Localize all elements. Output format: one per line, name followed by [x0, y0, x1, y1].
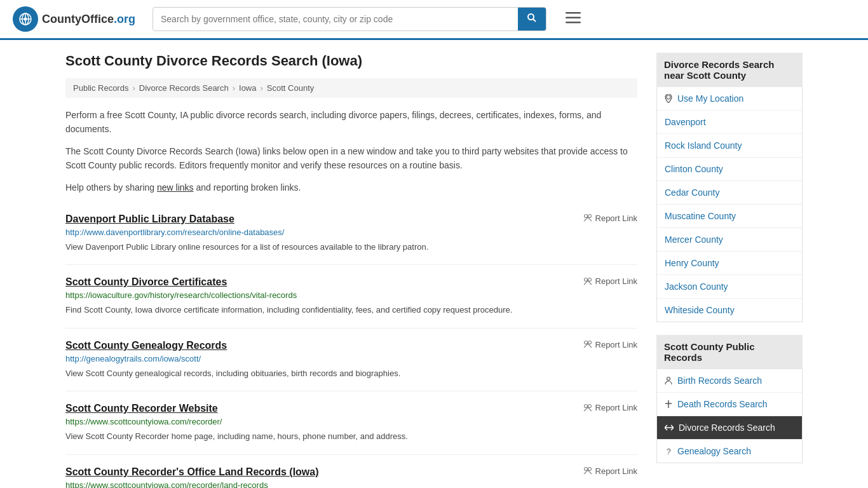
records-list-item[interactable]: Birth Records Search: [657, 369, 802, 393]
report-link[interactable]: Report Link: [583, 276, 637, 286]
nearby-label: Rock Island County: [665, 140, 742, 151]
result-url[interactable]: http://www.davenportlibrary.com/research…: [65, 227, 637, 237]
location-pin-icon: [665, 94, 672, 103]
nearby-link[interactable]: Henry County: [657, 252, 802, 274]
breadcrumb-public-records[interactable]: Public Records: [73, 83, 128, 93]
breadcrumb-sep-3: ›: [260, 83, 262, 93]
nearby-list-item[interactable]: Whiteside County: [657, 299, 802, 322]
nearby-list-item[interactable]: Rock Island County: [657, 134, 802, 158]
scissors-icon: [583, 277, 592, 286]
nearby-list-item[interactable]: Use My Location: [657, 87, 802, 111]
nearby-link[interactable]: Muscatine County: [657, 205, 802, 227]
nearby-label: Jackson County: [665, 281, 728, 292]
records-list-item[interactable]: ?Genealogy Search: [657, 440, 802, 463]
records-list: Birth Records SearchDeath Records Search…: [656, 369, 803, 463]
svg-point-32: [667, 377, 670, 381]
records-label: Divorce Records Search: [679, 423, 775, 433]
result-desc: View Scott County Recorder home page, in…: [65, 430, 637, 443]
nearby-link[interactable]: Mercer County: [657, 228, 802, 251]
new-links-link[interactable]: new links: [157, 182, 194, 193]
scissors-icon: [583, 466, 592, 475]
svg-rect-9: [566, 17, 581, 19]
logo-icon: [13, 6, 38, 32]
breadcrumb-iowa[interactable]: Iowa: [239, 83, 256, 93]
nearby-link[interactable]: Use My Location: [657, 87, 802, 110]
arrows-icon: [665, 424, 674, 431]
svg-point-20: [588, 341, 591, 344]
nearby-link[interactable]: Cedar County: [657, 181, 802, 204]
content-area: Scott County Divorce Records Search (Iow…: [65, 53, 637, 488]
scissors-icon: [583, 214, 592, 222]
question-icon: ?: [665, 447, 672, 456]
result-item: Scott County Genealogy Records Report Li…: [65, 329, 637, 392]
nearby-link[interactable]: Davenport: [657, 111, 802, 133]
result-desc: View Davenport Public Library online res…: [65, 241, 637, 254]
report-link[interactable]: Report Link: [583, 214, 637, 223]
page-title: Scott County Divorce Records Search (Iow…: [65, 53, 637, 69]
logo[interactable]: CountyOffice.org: [13, 6, 140, 32]
nearby-link[interactable]: Jackson County: [657, 275, 802, 298]
result-item: Scott County Recorder's Office Land Reco…: [65, 455, 637, 488]
nearby-list-item[interactable]: Clinton County: [657, 158, 802, 181]
nearby-link[interactable]: Rock Island County: [657, 134, 802, 157]
result-title[interactable]: Scott County Genealogy Records: [65, 340, 227, 351]
result-header: Davenport Public Library Database Report…: [65, 214, 637, 225]
search-bar[interactable]: [153, 7, 546, 31]
breadcrumb-sep-1: ›: [132, 83, 135, 93]
records-link[interactable]: Death Records Search: [657, 393, 802, 416]
records-label: Death Records Search: [677, 399, 768, 409]
svg-point-27: [584, 468, 587, 471]
search-button[interactable]: [518, 8, 546, 30]
nearby-list-item[interactable]: Henry County: [657, 252, 802, 275]
result-title[interactable]: Scott County Divorce Certificates: [65, 276, 227, 288]
report-link[interactable]: Report Link: [583, 466, 637, 476]
svg-rect-10: [566, 22, 581, 24]
records-link[interactable]: Divorce Records Search: [657, 416, 802, 439]
result-url[interactable]: https://www.scottcountyiowa.com/recorder…: [65, 480, 637, 488]
nearby-section-header: Divorce Records Search near Scott County: [656, 53, 803, 87]
report-link[interactable]: Report Link: [583, 340, 637, 349]
nearby-link[interactable]: Clinton County: [657, 158, 802, 180]
search-input[interactable]: [153, 9, 518, 29]
menu-button[interactable]: [566, 11, 581, 27]
nearby-label: Davenport: [665, 117, 706, 127]
result-title[interactable]: Scott County Recorder Website: [65, 403, 218, 414]
records-list-item[interactable]: Divorce Records Search: [657, 416, 802, 440]
records-list-item[interactable]: Death Records Search: [657, 393, 802, 416]
records-link[interactable]: Birth Records Search: [657, 369, 802, 392]
person-icon: [665, 376, 672, 385]
nearby-link[interactable]: Whiteside County: [657, 299, 802, 322]
result-desc: View Scott County genealogical records, …: [65, 367, 637, 380]
records-link[interactable]: ?Genealogy Search: [657, 440, 802, 463]
report-link[interactable]: Report Link: [583, 403, 637, 412]
nearby-section: Divorce Records Search near Scott County…: [656, 53, 803, 322]
result-item: Davenport Public Library Database Report…: [65, 202, 637, 266]
breadcrumb-sep-2: ›: [233, 83, 235, 93]
result-title[interactable]: Davenport Public Library Database: [65, 214, 234, 225]
result-url[interactable]: http://genealogytrails.com/iowa/scott/: [65, 354, 637, 363]
svg-rect-8: [566, 12, 581, 14]
nearby-list-item[interactable]: Cedar County: [657, 181, 802, 205]
breadcrumb-divorce-records[interactable]: Divorce Records Search: [139, 83, 229, 93]
nearby-list-item[interactable]: Davenport: [657, 111, 802, 134]
nearby-label: Use My Location: [677, 93, 743, 104]
records-section: Scott County Public Records Birth Record…: [656, 335, 803, 463]
nearby-label: Clinton County: [665, 164, 723, 174]
svg-point-12: [588, 215, 591, 218]
result-title[interactable]: Scott County Recorder's Office Land Reco…: [65, 466, 319, 478]
nearby-label: Mercer County: [665, 234, 723, 245]
logo-text: CountyOffice.org: [42, 13, 135, 26]
nearby-list-item[interactable]: Muscatine County: [657, 205, 802, 228]
result-url[interactable]: https://iowaculture.gov/history/research…: [65, 290, 637, 300]
nearby-list-item[interactable]: Mercer County: [657, 228, 802, 252]
scissors-icon: [583, 403, 592, 412]
breadcrumb-scott-county[interactable]: Scott County: [267, 83, 314, 93]
records-label: Genealogy Search: [677, 446, 751, 456]
nearby-list-item[interactable]: Jackson County: [657, 275, 802, 299]
svg-point-16: [588, 278, 591, 281]
svg-point-31: [667, 95, 670, 99]
svg-point-6: [528, 14, 534, 20]
description-3-post: and reporting broken links.: [194, 182, 301, 193]
result-url[interactable]: https://www.scottcountyiowa.com/recorder…: [65, 417, 637, 426]
nearby-label: Muscatine County: [665, 211, 736, 221]
